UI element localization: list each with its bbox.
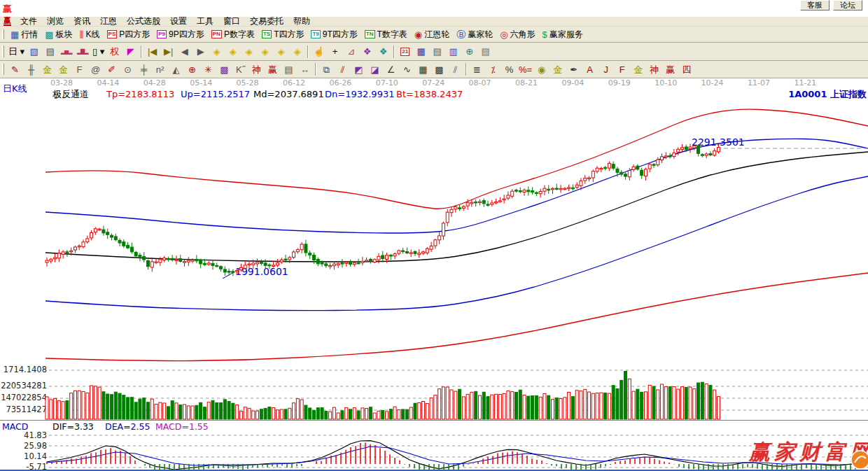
wave-av-tool[interactable]: A xyxy=(582,62,598,77)
zoom-diamond-in-icon[interactable]: ◈ xyxy=(257,44,273,59)
winner-wheel-button[interactable]: Ⓑ赢家轮 xyxy=(453,27,496,42)
parallel-lines-tool[interactable]: ⫽ xyxy=(447,62,463,77)
price-scale-tool[interactable]: ≣ xyxy=(469,62,485,77)
segment-tool[interactable]: ⊿ xyxy=(343,44,359,59)
percent-retrace-tool[interactable]: ⁒ xyxy=(485,62,501,77)
fibonacci-grid-tool[interactable]: F xyxy=(71,62,88,77)
restore-rights-icon[interactable]: 权 xyxy=(106,44,122,59)
candle-style-dropdown[interactable]: ▯ ▾ xyxy=(90,44,106,59)
menu-item-trade-order[interactable]: 交易委托 xyxy=(245,17,288,26)
info-doc-icon[interactable]: ▤ xyxy=(42,44,58,59)
menu-item-news[interactable]: 资讯 xyxy=(69,17,95,26)
sector-button[interactable]: ▩板块 xyxy=(41,27,76,42)
menu-item-formula-stock-pick[interactable]: 公式选股 xyxy=(122,17,165,26)
p-number-table-button[interactable]: PNP数字表 xyxy=(208,27,258,42)
zigzag-tool[interactable]: ∿ xyxy=(399,62,415,77)
toolbar-grip[interactable] xyxy=(2,64,4,75)
quote-button[interactable]: ▦行情 xyxy=(7,27,41,42)
forum-button[interactable]: 论坛 xyxy=(833,0,862,10)
kline-button[interactable]: ⫼K线 xyxy=(76,27,104,42)
n-square-tool[interactable]: n² xyxy=(152,62,168,77)
ruler-tool[interactable]: ╪ xyxy=(136,62,152,77)
k-marker-tool[interactable]: K˝ xyxy=(232,62,248,77)
gann-tool-teal-icon[interactable]: ❖ xyxy=(375,44,391,59)
si-angle-tool[interactable]: 四 xyxy=(678,62,694,77)
toolbar-grip[interactable] xyxy=(2,45,4,57)
percent-line-tool[interactable]: %= xyxy=(517,62,533,77)
menu-item-window[interactable]: 窗口 xyxy=(218,17,245,26)
chart-canvas[interactable]: 03-2804-1404-2805-1405-2806-1206-2607-10… xyxy=(0,78,868,471)
brush-tool[interactable]: ✐ xyxy=(104,62,120,77)
grid-comb-tool[interactable]: ╫ xyxy=(23,62,39,77)
zoom-diamond-h-icon[interactable]: ◈ xyxy=(241,44,257,59)
fan-lines-tool[interactable]: ⫽ xyxy=(335,62,351,77)
crosshair-tool[interactable]: + xyxy=(327,44,343,59)
gann-tool-purple-icon[interactable]: ❖ xyxy=(359,44,375,59)
p9-square-button[interactable]: P99P四方形 xyxy=(153,27,207,42)
first-page-button[interactable]: |◀ xyxy=(144,44,160,59)
shen-angle-tool[interactable]: 神 xyxy=(646,62,662,77)
fan-grid-tool[interactable]: ◪ xyxy=(367,62,383,77)
hand-drag-tool[interactable]: ☝ xyxy=(311,44,327,59)
last-page-button[interactable]: ▶| xyxy=(160,44,176,59)
flag-pen-tool[interactable]: ✒ xyxy=(566,62,582,77)
prev-button[interactable]: ◀ xyxy=(176,44,192,59)
dense-grid2-tool[interactable]: ▩ xyxy=(431,62,447,77)
toolbar-grip[interactable] xyxy=(2,29,4,39)
pen-tool[interactable]: ✎ xyxy=(7,62,23,77)
dense-grid-tool[interactable]: ▦ xyxy=(415,62,431,77)
calendar-21-icon[interactable]: 21 xyxy=(397,44,413,59)
t-number-table-button[interactable]: TNT数字表 xyxy=(361,27,411,42)
percent-tool[interactable]: % xyxy=(501,62,517,77)
t9-square-button[interactable]: T99T四方形 xyxy=(307,27,360,42)
gold-section-grid-tool[interactable]: 金 xyxy=(55,62,71,77)
wave9-icon[interactable]: ▂▇▂ xyxy=(74,44,90,59)
ying-grid-tool[interactable]: 赢 xyxy=(265,62,281,77)
f-angle-tool[interactable]: F xyxy=(614,62,630,77)
box-range-tool[interactable]: ⧉ xyxy=(318,62,335,77)
menu-item-settings[interactable]: 设置 xyxy=(165,17,192,26)
next-button[interactable]: ▶ xyxy=(192,44,209,59)
period-day-dropdown[interactable]: 日 ▾ xyxy=(7,44,26,59)
shen-grid-tool[interactable]: 神 xyxy=(248,62,265,77)
spiral-tool[interactable]: @ xyxy=(88,62,104,77)
menu-item-tools[interactable]: 工具 xyxy=(192,17,218,26)
j-angle-tool[interactable]: J xyxy=(598,62,614,77)
ruler-123-tool[interactable]: ▤ xyxy=(281,62,297,77)
mirror-angle-tool[interactable]: ◭ xyxy=(168,62,184,77)
zoom-diamond-out-icon[interactable]: ◈ xyxy=(273,44,289,59)
ying-angle-tool[interactable]: 赢 xyxy=(662,62,678,77)
trend-angle-tool[interactable]: ∠ xyxy=(383,62,399,77)
wave3-icon[interactable]: ▂▅▂ xyxy=(58,44,74,59)
menu-item-file[interactable]: 文件 xyxy=(15,17,42,26)
gold-angle-tool[interactable]: 金 xyxy=(630,62,646,77)
zoom-diamond-right-icon[interactable]: ◈ xyxy=(225,44,241,59)
color-chart-icon[interactable]: ◤ xyxy=(122,44,139,59)
gann-wheel-button[interactable]: ◉江恩轮 xyxy=(411,27,453,42)
star-burst-tool[interactable]: ✳ xyxy=(200,62,216,77)
t-square-button[interactable]: TST四方形 xyxy=(258,27,308,42)
gold-line-tool[interactable]: 金 xyxy=(550,62,566,77)
winner-service-button[interactable]: $赢家服务 xyxy=(539,27,587,42)
zoom-diamond-fit-icon[interactable]: ◈ xyxy=(289,44,305,59)
hexagon-button[interactable]: ◎六角形 xyxy=(496,27,538,42)
menu-item-browse[interactable]: 浏览 xyxy=(42,17,69,26)
p-square-button[interactable]: PSP四方形 xyxy=(104,27,154,42)
fan-box-tool[interactable]: ◩ xyxy=(351,62,367,77)
web-update-icon[interactable]: ⊕ xyxy=(461,44,477,59)
calculator-icon[interactable]: ▦ xyxy=(413,44,429,59)
menu-item-help[interactable]: 帮助 xyxy=(288,17,315,26)
gann-compass-tool[interactable]: ⊕ xyxy=(184,62,200,77)
menu-item-gann[interactable]: 江恩 xyxy=(95,17,122,26)
web-grid-tool[interactable]: ▩ xyxy=(216,62,232,77)
customer-service-button[interactable]: 客服 xyxy=(800,0,830,10)
zoom-diamond-left-icon[interactable]: ◈ xyxy=(209,44,225,59)
gold-circle-tool[interactable]: ◉ xyxy=(533,62,550,77)
print-icon[interactable]: ▤ xyxy=(477,44,493,59)
save-icon[interactable]: ▥ xyxy=(445,44,461,59)
cycle-ruler-tool[interactable]: ⊙ xyxy=(120,62,136,77)
gold-ratio-grid-tool[interactable]: 金 xyxy=(39,62,55,77)
notepad-icon[interactable]: ▤ xyxy=(429,44,445,59)
span-measure-tool[interactable]: ↔ xyxy=(297,62,313,77)
chart-overlay-icon[interactable]: ▧ xyxy=(26,44,42,59)
